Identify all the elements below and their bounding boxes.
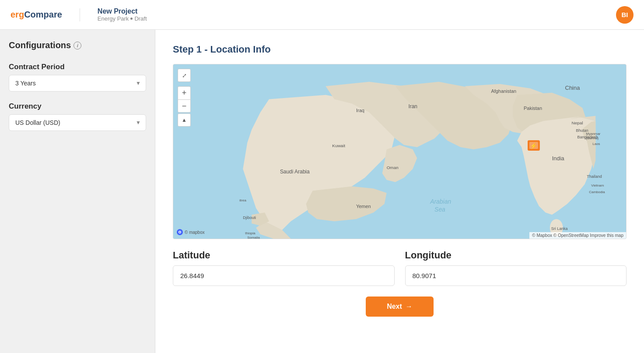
dot-separator bbox=[130, 18, 133, 20]
contract-period-group: Contract Period 3 Years 1 Year 2 Years 5… bbox=[9, 63, 146, 92]
attribution-text: © Mapbox © OpenStreetMap bbox=[532, 233, 588, 238]
header-project: New Project Energy Park Draft bbox=[98, 7, 147, 22]
header-left: ergCompare New Project Energy Park Draft bbox=[10, 7, 147, 22]
next-button-label: Next bbox=[387, 303, 402, 311]
longitude-group: Longitude bbox=[405, 250, 627, 286]
svg-text:Sea: Sea bbox=[434, 206, 445, 213]
step-title: Step 1 - Location Info bbox=[173, 44, 626, 55]
project-sub1: Energy Park bbox=[98, 15, 129, 22]
longitude-label: Longitude bbox=[405, 250, 627, 261]
longitude-input[interactable] bbox=[405, 265, 627, 286]
svg-point-33 bbox=[179, 232, 181, 233]
latitude-label: Latitude bbox=[173, 250, 395, 261]
arrow-right-icon: → bbox=[406, 303, 413, 311]
logo-divider bbox=[80, 8, 80, 21]
svg-text:Laos: Laos bbox=[592, 142, 600, 146]
map-container[interactable]: Iran Iraq Kuwait Saudi Arabia Yemen Oman… bbox=[173, 64, 626, 239]
svg-text:Iraq: Iraq bbox=[356, 108, 364, 113]
sidebar-title: Configurations i bbox=[9, 40, 146, 50]
next-button[interactable]: Next → bbox=[366, 297, 434, 317]
map-expand-button[interactable]: ⤢ bbox=[178, 69, 191, 82]
coordinates-row: Latitude Longitude bbox=[173, 250, 626, 286]
svg-text:Afghanistan: Afghanistan bbox=[491, 88, 516, 94]
svg-text:itrea: itrea bbox=[239, 198, 246, 202]
svg-text:Saudi Arabia: Saudi Arabia bbox=[280, 169, 310, 175]
app-logo: ergCompare bbox=[10, 10, 62, 20]
main-layout: Configurations i Contract Period 3 Years… bbox=[0, 30, 644, 353]
svg-text:⚡: ⚡ bbox=[530, 142, 538, 150]
svg-text:Kuwait: Kuwait bbox=[332, 143, 345, 148]
footer: Next → bbox=[173, 286, 626, 320]
app-header: ergCompare New Project Energy Park Draft… bbox=[0, 0, 644, 30]
svg-text:Vietnam: Vietnam bbox=[591, 184, 604, 187]
svg-text:Sri Lanka: Sri Lanka bbox=[551, 226, 568, 231]
svg-text:Thailand: Thailand bbox=[587, 174, 602, 179]
svg-text:thiopia: thiopia bbox=[245, 231, 256, 235]
improve-map-link[interactable]: Improve this map bbox=[590, 233, 623, 238]
mapbox-text: © mapbox bbox=[185, 230, 205, 235]
svg-text:Cambodia: Cambodia bbox=[589, 190, 605, 194]
svg-text:Somalia: Somalia bbox=[247, 236, 260, 239]
configurations-label: Configurations bbox=[9, 40, 71, 50]
currency-select-wrapper: US Dollar (USD) Euro (EUR) British Pound… bbox=[9, 114, 146, 131]
avatar[interactable]: BI bbox=[616, 6, 634, 24]
map-zoom-controls: + − ▲ bbox=[178, 86, 191, 127]
currency-group: Currency US Dollar (USD) Euro (EUR) Brit… bbox=[9, 102, 146, 131]
svg-text:India: India bbox=[552, 155, 565, 162]
contract-period-select[interactable]: 3 Years 1 Year 2 Years 5 Years 10 Years bbox=[9, 75, 146, 92]
project-subtitle: Energy Park Draft bbox=[98, 15, 147, 22]
map-attribution: © Mapbox © OpenStreetMap Improve this ma… bbox=[529, 232, 626, 239]
svg-text:Pakistan: Pakistan bbox=[524, 106, 542, 111]
svg-text:Oman: Oman bbox=[387, 165, 399, 170]
contract-period-label: Contract Period bbox=[9, 63, 146, 71]
project-sub2: Draft bbox=[134, 15, 147, 22]
svg-text:Myanmar: Myanmar bbox=[586, 132, 600, 136]
svg-text:Iran: Iran bbox=[408, 103, 417, 109]
project-title: New Project bbox=[98, 7, 147, 15]
map-controls: ⤢ bbox=[178, 69, 191, 82]
svg-text:Nepal: Nepal bbox=[572, 120, 583, 125]
info-icon[interactable]: i bbox=[74, 42, 81, 49]
svg-text:Djibouti: Djibouti bbox=[243, 215, 256, 220]
latitude-input[interactable] bbox=[173, 265, 395, 286]
svg-text:Arabian: Arabian bbox=[430, 198, 451, 205]
sidebar: Configurations i Contract Period 3 Years… bbox=[0, 30, 155, 353]
logo-erg: erg bbox=[10, 10, 24, 20]
currency-select[interactable]: US Dollar (USD) Euro (EUR) British Pound… bbox=[9, 114, 146, 131]
contract-period-select-wrapper: 3 Years 1 Year 2 Years 5 Years 10 Years … bbox=[9, 75, 146, 92]
map-zoom-out-button[interactable]: − bbox=[178, 99, 191, 113]
svg-text:(Burma): (Burma) bbox=[586, 136, 598, 140]
mapbox-logo: © mapbox bbox=[177, 229, 205, 235]
location-marker: ⚡ bbox=[528, 140, 540, 151]
map-zoom-in-button[interactable]: + bbox=[178, 86, 191, 99]
latitude-group: Latitude bbox=[173, 250, 395, 286]
svg-text:Yemen: Yemen bbox=[356, 204, 371, 209]
map-compass-button[interactable]: ▲ bbox=[178, 113, 191, 127]
main-content: Step 1 - Location Info bbox=[155, 30, 644, 353]
svg-text:China: China bbox=[565, 85, 581, 91]
currency-label: Currency bbox=[9, 102, 146, 111]
map-svg: Iran Iraq Kuwait Saudi Arabia Yemen Oman… bbox=[173, 64, 626, 239]
logo-compare: Compare bbox=[24, 10, 62, 20]
